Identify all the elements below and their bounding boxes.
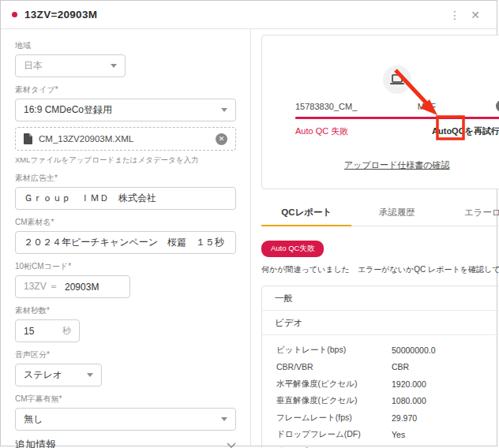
metadata-form: 地域 日本 素材タイプ* 16:9 CMDeCo登録用 CM_13ZV20903… bbox=[1, 29, 251, 446]
duration-value: 15 bbox=[24, 326, 34, 337]
duration-input[interactable]: 15 秒 bbox=[15, 319, 80, 342]
duration-label: 素材秒数* bbox=[15, 305, 236, 316]
table-row: 信号形式Component bbox=[276, 443, 499, 448]
row-label: フレームレート(fps) bbox=[276, 413, 392, 424]
xml-helper-text: XMLファイルをアップロードまたはメタデータを入力 bbox=[15, 155, 236, 166]
qc-fail-text: Auto QC 失敗 bbox=[295, 125, 348, 137]
dialog-header: 13ZV=20903M ⋮ ✕ bbox=[1, 1, 497, 29]
table-row: 水平解像度(ピクセル)1920.000 bbox=[276, 375, 499, 393]
material-type-value: 16:9 CMDeCo登録用 bbox=[24, 103, 112, 117]
cm-code-value: 20903M bbox=[65, 282, 99, 293]
material-type-label: 素材タイプ* bbox=[15, 84, 236, 95]
remove-upload-icon[interactable]: ✕ bbox=[496, 100, 499, 112]
general-section-accordion[interactable]: 一般 bbox=[262, 286, 499, 311]
row-label: ビットレート(bps) bbox=[276, 345, 392, 356]
status-dot-icon bbox=[12, 12, 17, 17]
autoqc-fail-badge: Auto QC失敗 bbox=[261, 241, 324, 257]
row-value: CBR bbox=[392, 362, 409, 371]
table-row: 垂直解像度(ピクセル)1080.000 bbox=[276, 393, 499, 410]
chevron-down-icon bbox=[221, 417, 227, 421]
retry-autoqc-button[interactable]: AutoQCを再試行する bbox=[432, 125, 499, 137]
general-section-label: 一般 bbox=[275, 293, 293, 304]
chevron-down-icon bbox=[221, 108, 227, 112]
upload-progress-bar bbox=[295, 117, 499, 119]
video-section-accordion[interactable]: ビデオ bbox=[262, 311, 499, 335]
duration-unit: 秒 bbox=[62, 325, 71, 337]
tab-approval-history[interactable]: 承認履歴 bbox=[351, 202, 441, 226]
qc-report-card: 一般 ビデオ ビットレート(bps)50000000.0 CBR/VBRCBR … bbox=[261, 286, 499, 448]
row-label: ドロップフレーム(DF) bbox=[276, 429, 392, 440]
advertiser-input[interactable] bbox=[15, 187, 236, 210]
subtitle-select[interactable]: 無し bbox=[15, 408, 236, 431]
subtitle-label: CM字幕有無* bbox=[15, 394, 236, 405]
row-label: CBR/VBR bbox=[276, 362, 392, 371]
tab-error-log[interactable]: エラーログ bbox=[442, 202, 499, 226]
remove-xml-file-icon[interactable]: ✕ bbox=[216, 133, 227, 145]
audio-type-value: ステレオ bbox=[24, 368, 62, 382]
table-row: CBR/VBRCBR bbox=[276, 359, 499, 376]
dialog-window: 13ZV=20903M ⋮ ✕ 地域 日本 素材タイプ* 16:9 CMDeCo… bbox=[0, 0, 497, 446]
media-file-icon bbox=[383, 65, 411, 94]
material-type-select[interactable]: 16:9 CMDeCo登録用 bbox=[15, 99, 236, 121]
additional-info-accordion[interactable]: 追加情報 bbox=[15, 434, 236, 448]
row-label: 水平解像度(ピクセル) bbox=[276, 379, 392, 390]
region-value: 日本 bbox=[24, 59, 43, 73]
chevron-down-icon bbox=[111, 64, 117, 68]
chevron-down-icon bbox=[227, 442, 236, 448]
report-tabs: QCレポート 承認履歴 エラーログ bbox=[261, 202, 499, 226]
uploaded-file-row: 15783830_CM_ MXF ✕ bbox=[295, 100, 499, 112]
upload-spec-link[interactable]: アップロード仕様書の確認 bbox=[262, 159, 499, 171]
uploaded-file-ext: MXF bbox=[418, 102, 436, 111]
xml-file-chip[interactable]: CM_13ZV20903M.XML ✕ bbox=[15, 127, 236, 151]
kebab-menu-icon[interactable]: ⋮ bbox=[445, 5, 465, 25]
close-icon[interactable]: ✕ bbox=[465, 5, 486, 25]
video-section-label: ビデオ bbox=[275, 317, 302, 329]
video-details: ビットレート(bps)50000000.0 CBR/VBRCBR 水平解像度(ピ… bbox=[262, 335, 499, 448]
region-select[interactable]: 日本 bbox=[15, 54, 126, 77]
additional-info-label: 追加情報 bbox=[15, 438, 56, 448]
cm-code-input[interactable]: 13ZV ＝ 20903M bbox=[15, 275, 130, 298]
cm-name-input[interactable] bbox=[15, 231, 236, 254]
row-label: 垂直解像度(ピクセル) bbox=[276, 395, 392, 406]
table-row: フレームレート(fps)29.970 bbox=[276, 409, 499, 427]
upload-and-qc-panel: 15783830_CM_ MXF ✕ Auto QC 失敗 AutoQCを再試行… bbox=[251, 29, 499, 446]
row-value: 1080.000 bbox=[392, 396, 426, 405]
audio-type-label: 音声区分* bbox=[15, 349, 236, 360]
table-row: ドロップフレーム(DF)Yes bbox=[276, 427, 499, 444]
cm-code-prefix: 13ZV ＝ bbox=[24, 280, 58, 293]
row-value: 50000000.0 bbox=[392, 345, 435, 355]
chevron-down-icon bbox=[87, 373, 93, 377]
xml-file-name: CM_13ZV20903M.XML bbox=[39, 134, 216, 144]
qc-error-message: 何かが間違っていました エラーがないかQC レポートを確認してください bbox=[261, 264, 499, 275]
qc-status-row: Auto QC 失敗 AutoQCを再試行する bbox=[295, 125, 499, 137]
subtitle-value: 無し bbox=[24, 413, 43, 426]
tab-qc-report[interactable]: QCレポート bbox=[261, 202, 351, 226]
row-value: 1920.000 bbox=[392, 379, 426, 389]
cm-code-label: 10桁CMコード* bbox=[15, 261, 236, 272]
table-row: ビットレート(bps)50000000.0 bbox=[276, 342, 499, 359]
upload-card: 15783830_CM_ MXF ✕ Auto QC 失敗 AutoQCを再試行… bbox=[261, 35, 499, 189]
advertiser-label: 素材広告主* bbox=[15, 173, 236, 184]
page-title: 13ZV=20903M bbox=[24, 9, 97, 21]
document-icon bbox=[24, 133, 32, 144]
region-label: 地域 bbox=[15, 40, 236, 51]
cm-name-label: CM素材名* bbox=[15, 217, 236, 228]
uploaded-file-name: 15783830_CM_ bbox=[295, 102, 357, 111]
audio-type-select[interactable]: ステレオ bbox=[15, 364, 102, 386]
row-value: 29.970 bbox=[392, 413, 417, 423]
row-value: Yes bbox=[392, 430, 405, 439]
